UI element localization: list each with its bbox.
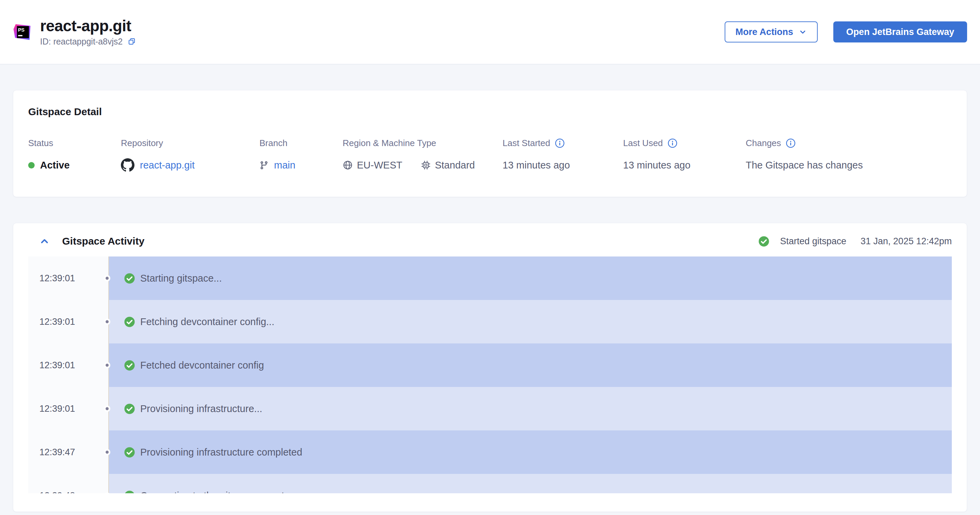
gitspace-detail-card: Gitspace Detail Status Active Repository… bbox=[13, 90, 967, 197]
more-actions-button[interactable]: More Actions bbox=[725, 21, 818, 43]
log-message-area: Connecting to the gitspace agent... bbox=[109, 474, 952, 493]
check-circle-icon bbox=[124, 403, 135, 415]
log-message: Provisioning infrastructure... bbox=[140, 403, 262, 415]
field-changes: Changes The Gitspace has changes bbox=[746, 138, 952, 173]
log-timestamp: 12:39:47 bbox=[28, 430, 109, 474]
page-title: react-app.git bbox=[40, 18, 136, 35]
timeline-dot bbox=[104, 275, 110, 282]
field-repository: Repository react-app.git bbox=[121, 138, 259, 173]
last-started-value: 13 minutes ago bbox=[503, 159, 570, 171]
status-label: Status bbox=[28, 138, 121, 148]
git-branch-icon bbox=[259, 161, 269, 170]
chevron-down-icon bbox=[799, 28, 807, 36]
open-jetbrains-gateway-button[interactable]: Open JetBrains Gateway bbox=[833, 21, 967, 43]
log-row: 12:39:01 Provisioning infrastructure... bbox=[28, 387, 952, 430]
log-message: Starting gitspace... bbox=[140, 273, 222, 284]
detail-card-title: Gitspace Detail bbox=[28, 106, 952, 118]
check-circle-icon bbox=[124, 447, 135, 458]
log-message-area: Provisioning infrastructure completed bbox=[109, 430, 952, 474]
gitspace-activity-card: Gitspace Activity Started gitspace 31 Ja… bbox=[13, 223, 967, 512]
log-message: Connecting to the gitspace agent... bbox=[140, 490, 293, 494]
log-message-area: Fetching devcontainer config... bbox=[109, 300, 952, 343]
field-region-machine: Region & Machine Type EU-WEST bbox=[343, 138, 503, 173]
info-icon[interactable] bbox=[555, 138, 565, 148]
field-status: Status Active bbox=[28, 138, 121, 173]
last-used-value: 13 minutes ago bbox=[623, 159, 690, 171]
field-last-used: Last Used 13 minutes ago bbox=[623, 138, 746, 173]
check-circle-icon bbox=[758, 236, 770, 247]
cpu-icon bbox=[421, 160, 431, 170]
chevron-up-icon bbox=[39, 236, 50, 247]
region-value: EU-WEST bbox=[357, 159, 402, 171]
log-row: 12:39:01 Fetching devcontainer config... bbox=[28, 300, 952, 343]
log-message: Provisioning infrastructure completed bbox=[140, 447, 302, 458]
last-started-label: Last Started bbox=[503, 138, 550, 148]
status-dot bbox=[28, 162, 35, 169]
branch-label: Branch bbox=[259, 138, 343, 148]
log-message: Fetched devcontainer config bbox=[140, 360, 264, 371]
timeline-dot bbox=[104, 362, 110, 368]
activity-card-title: Gitspace Activity bbox=[62, 235, 144, 247]
activity-log[interactable]: 12:39:01 Starting gitspace... 12:39:01 F… bbox=[28, 257, 952, 493]
check-circle-icon bbox=[124, 360, 135, 371]
branch-link[interactable]: main bbox=[274, 159, 296, 171]
github-icon bbox=[121, 158, 134, 172]
log-timestamp: 12:39:01 bbox=[28, 343, 109, 387]
check-circle-icon bbox=[124, 273, 135, 284]
info-icon[interactable] bbox=[668, 138, 678, 148]
log-row: 12:39:01 Starting gitspace... bbox=[28, 257, 952, 300]
repository-link[interactable]: react-app.git bbox=[140, 159, 194, 171]
top-header: PS react-app.git ID: reactappgit-a8vjs2 … bbox=[0, 0, 980, 65]
log-timestamp: 12:39:01 bbox=[28, 387, 109, 430]
copy-icon[interactable] bbox=[127, 37, 136, 46]
timeline-dot bbox=[104, 319, 110, 325]
log-timestamp: 12:39:01 bbox=[28, 300, 109, 343]
field-branch: Branch main bbox=[259, 138, 343, 173]
log-message-area: Starting gitspace... bbox=[109, 257, 952, 300]
log-row: 12:39:01 Fetched devcontainer config bbox=[28, 343, 952, 387]
log-message-area: Provisioning infrastructure... bbox=[109, 387, 952, 430]
repository-label: Repository bbox=[121, 138, 259, 148]
more-actions-label: More Actions bbox=[735, 27, 793, 37]
region-machine-label: Region & Machine Type bbox=[343, 138, 503, 148]
check-circle-icon bbox=[124, 490, 135, 494]
log-timestamp: 12:39:48 bbox=[28, 474, 109, 493]
collapse-activity-button[interactable] bbox=[39, 236, 50, 247]
log-message: Fetching devcontainer config... bbox=[140, 316, 274, 327]
activity-date: 31 Jan, 2025 12:42pm bbox=[861, 236, 952, 247]
gitspace-id: ID: reactappgit-a8vjs2 bbox=[40, 37, 123, 46]
log-row: 12:39:47 Provisioning infrastructure com… bbox=[28, 430, 952, 474]
timeline-dot bbox=[104, 449, 110, 456]
field-last-started: Last Started 13 minutes ago bbox=[503, 138, 623, 173]
changes-label: Changes bbox=[746, 138, 781, 148]
open-gateway-label: Open JetBrains Gateway bbox=[846, 27, 954, 37]
globe-icon bbox=[343, 160, 353, 170]
last-used-label: Last Used bbox=[623, 138, 663, 148]
phpstorm-logo: PS bbox=[13, 22, 33, 42]
activity-status-text: Started gitspace bbox=[780, 236, 846, 247]
changes-value: The Gitspace has changes bbox=[746, 159, 863, 171]
machine-type-value: Standard bbox=[435, 159, 475, 171]
check-circle-icon bbox=[124, 316, 135, 327]
info-icon[interactable] bbox=[786, 138, 795, 148]
log-message-area: Fetched devcontainer config bbox=[109, 343, 952, 387]
status-value: Active bbox=[40, 159, 70, 171]
svg-text:PS: PS bbox=[18, 27, 25, 33]
log-row: 12:39:48 Connecting to the gitspace agen… bbox=[28, 474, 952, 493]
timeline-dot bbox=[104, 406, 110, 412]
log-timestamp: 12:39:01 bbox=[28, 257, 109, 300]
